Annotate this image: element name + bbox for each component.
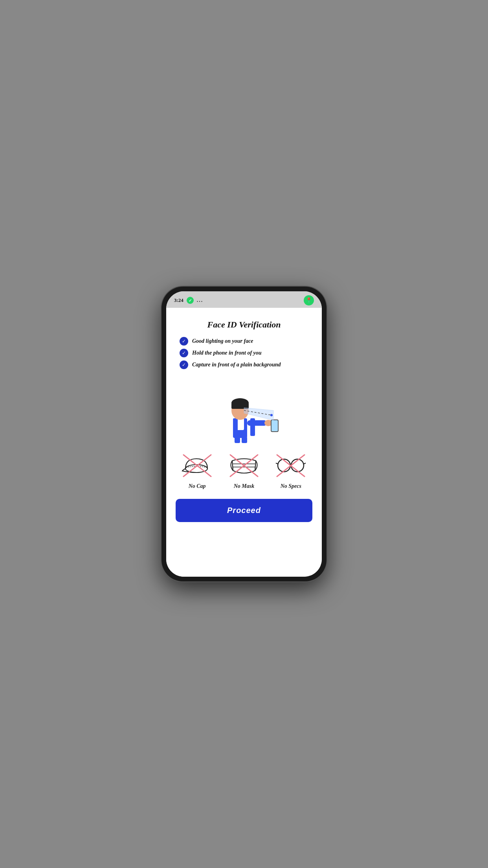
checklist-text-1: Good lighting on your face: [192, 338, 253, 344]
main-content: Face ID Verification ✓ Good lighting on …: [166, 308, 322, 577]
checklist-item-1: ✓ Good lighting on your face: [180, 337, 312, 346]
checklist-text-2: Hold the phone in front of you: [192, 350, 262, 356]
no-specs-label: No Specs: [281, 483, 301, 489]
check-icon-1: ✓: [180, 337, 188, 346]
no-mask-icon: [228, 452, 260, 479]
face-scan-illustration: [205, 381, 283, 444]
status-bar: 3:24 ✓ ... 📍: [166, 291, 322, 308]
no-specs-icon: [275, 452, 306, 479]
no-cap-item: No Cap: [182, 452, 213, 489]
no-specs-item: No Specs: [275, 452, 306, 489]
checklist-text-3: Capture in front of a plain background: [192, 362, 281, 368]
phone-frame: 3:24 ✓ ... 📍 Face ID Verification ✓ Good…: [161, 287, 327, 581]
status-dots: ...: [197, 297, 204, 303]
proceed-button[interactable]: Proceed: [176, 499, 312, 522]
no-cap-icon: [182, 452, 213, 479]
page-title: Face ID Verification: [207, 320, 281, 330]
svg-rect-14: [235, 437, 240, 443]
restrictions-row: No Cap: [176, 452, 312, 489]
check-icon-2: ✓: [180, 349, 188, 357]
time-display: 3:24: [174, 297, 183, 303]
svg-rect-7: [272, 420, 278, 431]
whatsapp-icon: ✓: [187, 297, 194, 304]
location-icon[interactable]: 📍: [304, 295, 314, 305]
svg-marker-11: [244, 408, 273, 420]
svg-rect-2: [233, 418, 238, 436]
status-left: 3:24 ✓ ...: [174, 297, 203, 304]
svg-line-27: [304, 463, 306, 464]
no-mask-label: No Mask: [234, 483, 255, 489]
svg-point-13: [270, 414, 273, 416]
checklist-item-2: ✓ Hold the phone in front of you: [180, 349, 312, 357]
svg-rect-4: [247, 420, 267, 426]
no-mask-item: No Mask: [228, 452, 260, 489]
checklist: ✓ Good lighting on your face ✓ Hold the …: [176, 337, 312, 369]
svg-line-26: [276, 463, 278, 464]
no-cap-label: No Cap: [189, 483, 206, 489]
phone-screen: 3:24 ✓ ... 📍 Face ID Verification ✓ Good…: [166, 291, 322, 577]
svg-rect-15: [242, 437, 247, 443]
check-icon-3: ✓: [180, 360, 188, 369]
checklist-item-3: ✓ Capture in front of a plain background: [180, 360, 312, 369]
